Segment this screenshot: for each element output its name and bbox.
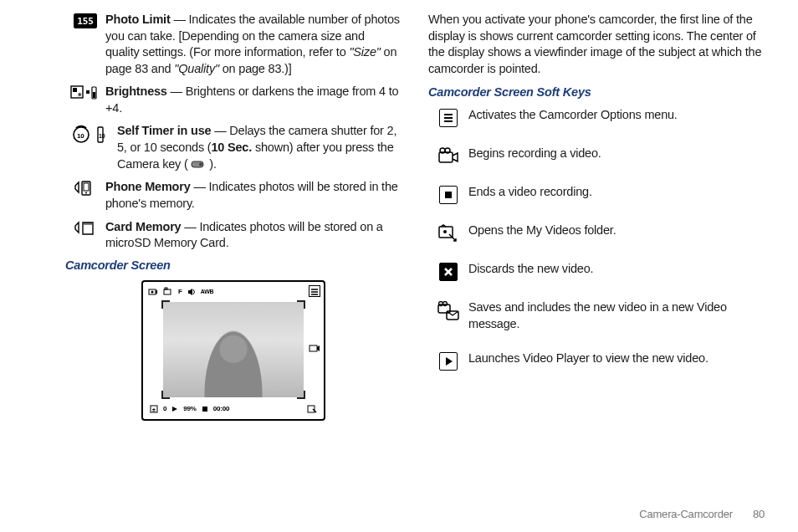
softkey-row: Opens the My Videos folder. — [428, 223, 765, 243]
left-column: 155 Photo Limit — Indicates the availabl… — [65, 12, 402, 520]
svg-rect-13 — [84, 183, 89, 191]
footer-section: Camera-Camcorder — [639, 508, 733, 520]
soft-keys-heading: Camcorder Screen Soft Keys — [428, 85, 765, 99]
svg-rect-17 — [164, 289, 171, 294]
brightness-title: Brightness — [105, 84, 167, 98]
softkey-row: Launches Video Player to view the new vi… — [428, 350, 765, 371]
vf-subject-image — [163, 302, 304, 397]
photo-limit-title: Photo Limit — [105, 13, 171, 26]
menu-icon — [428, 107, 468, 127]
svg-text:10: 10 — [99, 133, 105, 139]
svg-rect-18 — [165, 288, 167, 289]
item-photo-limit: 155 Photo Limit — Indicates the availabl… — [65, 12, 402, 77]
item-card-memory: Card Memory — Indicates photos will be s… — [65, 219, 402, 252]
phone-memory-icon — [65, 179, 105, 196]
svg-rect-27 — [445, 192, 452, 198]
svg-point-14 — [85, 192, 87, 194]
svg-text:10: 10 — [77, 132, 84, 140]
card-memory-icon — [65, 219, 105, 236]
vf-top-icons: F AWB — [146, 285, 320, 299]
svg-rect-1 — [73, 88, 77, 92]
vf-bottom-icons: ± 0 99% 00:00 — [148, 402, 319, 416]
svg-rect-3 — [86, 90, 90, 94]
svg-text:±: ± — [152, 407, 156, 412]
svg-point-16 — [151, 290, 154, 293]
softkey-row: Ends a video recording. — [428, 184, 765, 204]
attach-video-icon — [428, 299, 468, 321]
svg-rect-24 — [439, 152, 453, 162]
page: 155 Photo Limit — Indicates the availabl… — [0, 0, 798, 532]
camcorder-screen-heading: Camcorder Screen — [65, 258, 402, 272]
brightness-icon: ± — [65, 84, 105, 100]
stop-icon — [428, 184, 468, 204]
footer-page-number: 80 — [753, 508, 765, 520]
svg-rect-5 — [93, 92, 95, 98]
folder-icon — [428, 223, 468, 243]
card-memory-title: Card Memory — [105, 220, 181, 233]
self-timer-icon: 1010 — [65, 123, 117, 145]
play-icon — [428, 350, 468, 371]
vf-menu-icon — [309, 285, 320, 297]
item-self-timer: 1010 Self Timer in use — Delays the came… — [65, 123, 402, 172]
record-icon — [428, 146, 468, 166]
discard-icon — [428, 261, 468, 281]
svg-point-29 — [443, 230, 447, 233]
camera-key-icon — [191, 156, 206, 173]
camcorder-intro: When you activate your phone's camcorder… — [428, 12, 765, 77]
item-phone-memory: Phone Memory — Indicates photos will be … — [65, 179, 402, 212]
svg-text:±: ± — [78, 90, 82, 98]
softkey-row: Begins recording a video. — [428, 146, 765, 166]
svg-point-11 — [199, 162, 202, 166]
softkey-row: Activates the Camcorder Options menu. — [428, 107, 765, 127]
page-footer: Camera-Camcorder 80 — [639, 508, 765, 520]
camcorder-viewfinder: F AWB ± 0 99% 00:00 — [141, 280, 325, 421]
item-brightness: ± Brightness — Brightens or darkens the … — [65, 84, 402, 116]
softkey-row: Saves and includes the new video in a ne… — [428, 299, 765, 332]
self-timer-title: Self Timer in use — [117, 124, 211, 137]
svg-rect-19 — [309, 345, 317, 351]
vf-camcorder-icon — [309, 342, 320, 354]
photo-limit-icon: 155 — [65, 12, 105, 28]
svg-rect-22 — [202, 407, 207, 412]
softkey-row: Discards the new video. — [428, 261, 765, 281]
phone-memory-title: Phone Memory — [105, 180, 191, 193]
right-column: When you activate your phone's camcorder… — [428, 12, 765, 520]
